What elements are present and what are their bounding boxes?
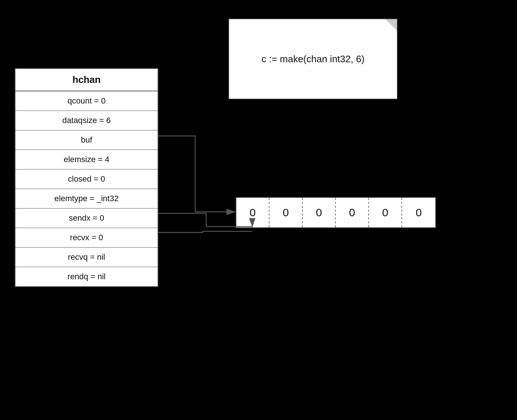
recvx-arrow-segment <box>158 231 252 232</box>
hchan-row-qcount: qcount = 0 <box>15 91 158 111</box>
buf-arrow <box>158 136 236 212</box>
buffer-cell-4: 0 <box>369 198 402 227</box>
hchan-row-buf: buf <box>15 130 158 150</box>
hchan-row-rendq: rendq = nil <box>15 267 158 286</box>
hchan-row-closed: closed = 0 <box>15 169 158 189</box>
hchan-table: hchan qcount = 0 dataqsize = 6 buf elems… <box>15 68 158 287</box>
buffer-cell-5: 0 <box>402 198 435 227</box>
hchan-row-recvq: recvq = nil <box>15 248 158 267</box>
hchan-row-elemtype: elemtype = _int32 <box>15 189 158 209</box>
buffer-cell-3: 0 <box>336 198 369 227</box>
hchan-row-sendx: sendx = 0 <box>15 209 158 228</box>
code-card: c := make(chan int32, 6) <box>228 18 398 99</box>
buffer-cell-0: 0 <box>236 198 270 227</box>
buffer-array: 0 0 0 0 0 0 <box>236 197 436 228</box>
buffer-cell-2: 0 <box>303 198 336 227</box>
hchan-row-elemsize: elemsize = 4 <box>15 150 158 169</box>
hchan-row-recvx: recvx = 0 <box>15 228 158 248</box>
hchan-row-dataqsize: dataqsize = 6 <box>15 111 158 130</box>
hchan-title: hchan <box>15 69 158 91</box>
buffer-cell-1: 0 <box>270 198 303 227</box>
code-text: c := make(chan int32, 6) <box>261 53 365 65</box>
